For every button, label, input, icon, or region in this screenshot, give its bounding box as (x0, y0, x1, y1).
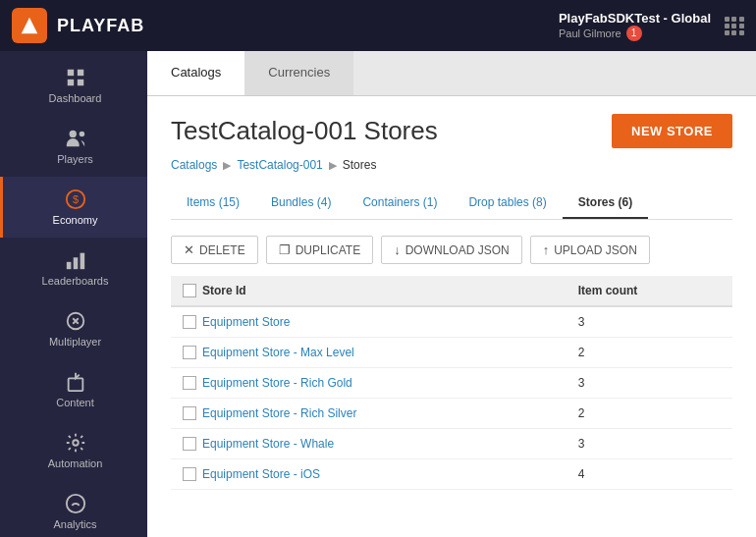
row-checkbox-5[interactable] (183, 467, 196, 481)
svg-point-5 (69, 131, 76, 137)
sub-tabs: Items (15) Bundles (4) Containers (1) Dr… (171, 188, 732, 220)
automation-icon (65, 432, 86, 454)
header: PLAYFAB PlayFabSDKTest - Global Paul Gil… (0, 0, 756, 51)
upload-json-button[interactable]: ↑ UPLOAD JSON (530, 236, 650, 264)
sidebar-label-multiplayer: Multiplayer (49, 336, 101, 348)
sub-tab-containers[interactable]: Containers (1) (347, 188, 453, 219)
duplicate-label: DUPLICATE (296, 243, 360, 257)
grid-menu-icon[interactable] (725, 17, 744, 35)
new-store-button[interactable]: NEW STORE (612, 114, 732, 148)
svg-point-14 (73, 440, 79, 446)
tab-currencies[interactable]: Currencies (244, 51, 353, 95)
table-row: Equipment Store 3 (171, 306, 732, 338)
sub-tab-items[interactable]: Items (15) (171, 188, 255, 219)
toolbar: ✕ DELETE ❐ DUPLICATE ↓ DOWNLOAD JSON ↑ U… (171, 236, 732, 264)
svg-rect-4 (77, 80, 82, 85)
cell-store-id: Equipment Store - iOS (171, 459, 567, 490)
table-row: Equipment Store - Rich Silver 2 (171, 399, 732, 429)
store-link-2[interactable]: Equipment Store - Rich Gold (202, 376, 352, 390)
svg-rect-9 (66, 262, 71, 269)
sidebar-item-dashboard[interactable]: Dashboard (0, 55, 147, 116)
duplicate-icon: ❐ (279, 242, 291, 257)
cell-item-count-0: 3 (567, 306, 732, 338)
cell-item-count-4: 3 (567, 429, 732, 459)
sidebar-label-economy: Economy (53, 214, 98, 226)
duplicate-button[interactable]: ❐ DUPLICATE (266, 236, 373, 264)
delete-button[interactable]: ✕ DELETE (171, 236, 258, 264)
header-checkbox[interactable] (183, 284, 196, 297)
dashboard-icon (65, 67, 86, 88)
table-header-store-id: Store Id (171, 276, 567, 306)
content-area: TestCatalog-001 Stores NEW STORE Catalog… (147, 96, 756, 537)
sidebar-item-automation[interactable]: Automation (0, 420, 147, 481)
download-json-button[interactable]: ↓ DOWNLOAD JSON (381, 236, 522, 264)
store-id-header: Store Id (202, 284, 246, 297)
upload-label: UPLOAD JSON (554, 243, 637, 257)
sidebar-item-economy[interactable]: $ Economy (0, 177, 147, 238)
sidebar-item-content[interactable]: Content (0, 359, 147, 420)
sidebar-item-analytics[interactable]: Analytics (0, 481, 147, 537)
analytics-icon (65, 493, 86, 514)
cell-item-count-5: 4 (567, 459, 732, 490)
sub-tab-stores[interactable]: Stores (6) (563, 188, 648, 219)
header-right: PlayFabSDKTest - Global Paul Gilmore 1 (559, 11, 744, 41)
table-header-item-count: Item count (567, 276, 732, 306)
page-title: TestCatalog-001 Stores (171, 116, 438, 146)
header-user: PlayFabSDKTest - Global Paul Gilmore 1 (559, 11, 711, 41)
logo[interactable]: PLAYFAB (12, 8, 144, 43)
cell-store-id: Equipment Store - Whale (171, 429, 567, 459)
project-title: PlayFabSDKTest - Global (559, 11, 711, 26)
sidebar-item-leaderboards[interactable]: Leaderboards (0, 238, 147, 298)
layout: Dashboard Players $ Economy Leaderboards… (0, 51, 756, 537)
playfab-logo-svg (19, 15, 40, 36)
sub-tab-drop-tables[interactable]: Drop tables (8) (453, 188, 562, 219)
multiplayer-icon (65, 310, 86, 332)
svg-rect-1 (67, 70, 73, 76)
sidebar-item-multiplayer[interactable]: Multiplayer (0, 298, 147, 359)
svg-rect-2 (77, 70, 82, 76)
store-link-1[interactable]: Equipment Store - Max Level (202, 346, 354, 359)
cell-item-count-1: 2 (567, 338, 732, 368)
sub-tab-bundles[interactable]: Bundles (4) (255, 188, 347, 219)
breadcrumb-catalogs[interactable]: Catalogs (171, 158, 217, 172)
stores-table: Store Id Item count Equipment Store 3 Eq… (171, 276, 732, 490)
store-link-0[interactable]: Equipment Store (202, 315, 290, 329)
cell-store-id: Equipment Store (171, 306, 567, 338)
svg-rect-11 (80, 253, 84, 270)
leaderboards-icon (65, 249, 86, 271)
user-info: Paul Gilmore 1 (559, 26, 711, 41)
sidebar-item-players[interactable]: Players (0, 116, 147, 177)
store-link-4[interactable]: Equipment Store - Whale (202, 437, 334, 451)
cell-store-id: Equipment Store - Rich Gold (171, 368, 567, 399)
svg-rect-10 (73, 257, 78, 269)
svg-rect-3 (67, 80, 73, 85)
breadcrumb-current: Stores (343, 158, 377, 172)
username: Paul Gilmore (559, 27, 621, 39)
cell-store-id: Equipment Store - Rich Silver (171, 399, 567, 429)
store-link-5[interactable]: Equipment Store - iOS (202, 467, 320, 481)
sidebar-label-analytics: Analytics (53, 518, 96, 530)
download-label: DOWNLOAD JSON (405, 243, 510, 257)
delete-label: DELETE (199, 243, 245, 257)
page-header: TestCatalog-001 Stores NEW STORE (171, 114, 732, 148)
sidebar-label-automation: Automation (48, 457, 103, 469)
breadcrumb: Catalogs ▶ TestCatalog-001 ▶ Stores (171, 158, 732, 172)
row-checkbox-1[interactable] (183, 346, 196, 359)
breadcrumb-catalog[interactable]: TestCatalog-001 (237, 158, 322, 172)
notification-badge[interactable]: 1 (626, 26, 642, 41)
row-checkbox-4[interactable] (183, 437, 196, 451)
store-link-3[interactable]: Equipment Store - Rich Silver (202, 406, 356, 420)
tab-catalogs[interactable]: Catalogs (147, 51, 244, 95)
sidebar: Dashboard Players $ Economy Leaderboards… (0, 51, 147, 537)
row-checkbox-2[interactable] (183, 376, 196, 390)
table-row: Equipment Store - Max Level 2 (171, 338, 732, 368)
economy-icon: $ (65, 188, 86, 210)
svg-point-6 (79, 132, 84, 137)
logo-text: PLAYFAB (57, 16, 144, 36)
table-row: Equipment Store - Rich Gold 3 (171, 368, 732, 399)
table-row: Equipment Store - iOS 4 (171, 459, 732, 490)
cell-store-id: Equipment Store - Max Level (171, 338, 567, 368)
breadcrumb-arrow-1: ▶ (223, 159, 231, 172)
row-checkbox-3[interactable] (183, 406, 196, 420)
row-checkbox-0[interactable] (183, 315, 196, 329)
